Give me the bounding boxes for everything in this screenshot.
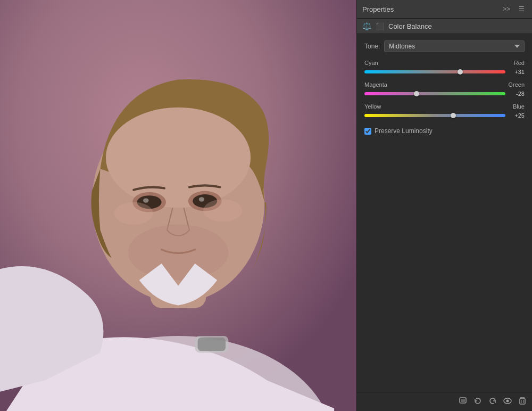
clip-to-layer-icon[interactable] (459, 397, 467, 407)
adjustment-icon[interactable]: ⚖️ (362, 22, 371, 30)
reset-icon[interactable] (488, 397, 497, 407)
cyan-red-track (364, 70, 505, 73)
preserve-luminosity-checkbox[interactable] (364, 128, 371, 135)
magenta-green-slider-row: Magenta Green -28 (364, 81, 525, 98)
cyan-red-track-wrapper[interactable] (364, 68, 505, 76)
svg-point-19 (506, 400, 509, 402)
svg-point-12 (114, 202, 153, 225)
mask-icon[interactable]: ⬛ (376, 22, 384, 30)
delete-icon[interactable] (518, 397, 527, 407)
menu-button[interactable]: ☰ (517, 4, 527, 14)
svg-point-10 (199, 197, 204, 201)
cyan-red-value: +31 (510, 69, 525, 75)
svg-point-11 (128, 225, 228, 281)
magenta-green-labels: Magenta Green (364, 81, 525, 88)
cyan-red-thumb[interactable] (458, 69, 463, 75)
green-label: Green (508, 81, 525, 88)
panel-header: Properties >> ☰ (357, 0, 532, 19)
panel-footer (357, 392, 532, 411)
properties-panel: Properties >> ☰ ⚖️ ⬛ Color Balance Tone:… (356, 0, 532, 411)
panel-body: Tone: Shadows Midtones Highlights Cyan R… (357, 34, 532, 219)
yellow-blue-track-wrapper[interactable] (364, 111, 505, 120)
red-label: Red (514, 60, 525, 66)
preserve-luminosity-label: Preserve Luminosity (375, 127, 433, 135)
magenta-green-track-wrapper[interactable] (364, 89, 505, 98)
yellow-blue-track (364, 114, 505, 117)
svg-point-13 (203, 199, 242, 221)
magenta-green-value: -28 (510, 91, 525, 97)
panel-spacer (357, 219, 532, 392)
photo-canvas (0, 0, 356, 411)
photo-area (0, 0, 356, 411)
yellow-blue-slider-container: +25 (364, 111, 525, 120)
magenta-label: Magenta (364, 81, 387, 88)
yellow-blue-value: +25 (510, 112, 525, 119)
cyan-red-labels: Cyan Red (364, 60, 525, 66)
expand-button[interactable]: >> (501, 4, 512, 14)
preserve-luminosity-row: Preserve Luminosity (364, 127, 525, 135)
cyan-label: Cyan (364, 60, 378, 66)
svg-rect-17 (461, 399, 465, 402)
svg-rect-15 (198, 338, 226, 351)
svg-point-9 (143, 198, 148, 202)
cyan-red-slider-container: +31 (364, 68, 525, 76)
magenta-green-slider-container: -28 (364, 89, 525, 98)
svg-point-4 (106, 108, 251, 208)
svg-rect-20 (520, 399, 525, 404)
panel-toolbar: ⚖️ ⬛ Color Balance (357, 19, 532, 34)
tone-label: Tone: (364, 43, 380, 50)
yellow-blue-thumb[interactable] (451, 113, 456, 118)
magenta-green-thumb[interactable] (414, 91, 419, 96)
visibility-icon[interactable] (503, 397, 512, 407)
magenta-green-track (364, 92, 505, 95)
tone-select[interactable]: Shadows Midtones Highlights (384, 40, 525, 52)
section-title: Color Balance (388, 22, 432, 30)
yellow-label: Yellow (364, 103, 381, 110)
previous-state-icon[interactable] (473, 397, 482, 407)
cyan-red-slider-row: Cyan Red +31 (364, 60, 525, 76)
panel-header-actions: >> ☰ (501, 4, 527, 14)
yellow-blue-slider-row: Yellow Blue +25 (364, 103, 525, 120)
tone-row: Tone: Shadows Midtones Highlights (364, 40, 525, 52)
blue-label: Blue (513, 103, 525, 110)
panel-title: Properties (362, 5, 394, 13)
yellow-blue-labels: Yellow Blue (364, 103, 525, 110)
